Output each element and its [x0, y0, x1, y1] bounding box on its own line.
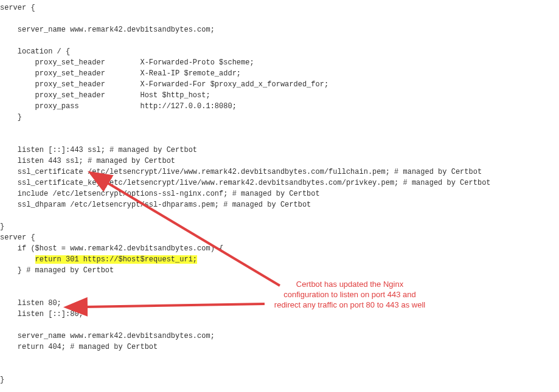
code-line: } — [0, 376, 4, 384]
code-line-highlighted: return 301 https://$host$request_uri; — [0, 255, 197, 264]
code-line: } — [0, 113, 22, 122]
code-line: proxy_pass http://127.0.0.1:8080; — [0, 102, 237, 111]
code-line: listen [::]:443 ssl; # managed by Certbo… — [0, 146, 197, 154]
highlighted-return-statement: return 301 https://$host$request_uri; — [35, 255, 197, 264]
code-line: location / { — [0, 47, 70, 56]
code-line: proxy_set_header X-Forwarded-Proto $sche… — [0, 58, 254, 67]
nginx-config-code: server { server_name www.remark42.devbit… — [0, 0, 491, 385]
code-line: listen 443 ssl; # managed by Certbot — [0, 157, 175, 165]
code-line: return 404; # managed by Certbot — [0, 343, 158, 351]
code-line: } # managed by Certbot — [0, 266, 114, 275]
code-line: server_name www.remark42.devbitsandbytes… — [0, 332, 215, 340]
annotation-line: Certbot has updated the Nginx — [271, 280, 429, 290]
code-block: server { server_name www.remark42.devbit… — [0, 2, 491, 385]
annotation-line: configuration to listen on port 443 and — [271, 290, 429, 300]
code-line: include /etc/letsencrypt/options-ssl-ngi… — [0, 190, 320, 198]
annotation-text: Certbot has updated the Nginx configurat… — [271, 280, 429, 311]
code-line: server { — [0, 233, 35, 242]
code-line: ssl_certificate_key /etc/letsencrypt/liv… — [0, 179, 491, 187]
code-line: } — [0, 222, 4, 231]
annotation-line: redirect any traffic on port 80 to 443 a… — [271, 300, 429, 311]
code-line: ssl_dhparam /etc/letsencrypt/ssl-dhparam… — [0, 201, 311, 209]
code-line: proxy_set_header Host $http_host; — [0, 91, 210, 100]
code-line: ssl_certificate /etc/letsencrypt/live/ww… — [0, 168, 482, 176]
code-line: proxy_set_header X-Real-IP $remote_addr; — [0, 69, 241, 78]
code-line: server { — [0, 4, 35, 12]
code-line: server_name www.remark42.devbitsandbytes… — [0, 26, 215, 34]
code-line: listen [::]:80; — [0, 310, 83, 318]
code-line: listen 80; — [0, 299, 61, 308]
code-line: proxy_set_header X-Forwarded-For $proxy_… — [0, 80, 328, 89]
code-line: if ($host = www.remark42.devbitsandbytes… — [0, 244, 223, 253]
